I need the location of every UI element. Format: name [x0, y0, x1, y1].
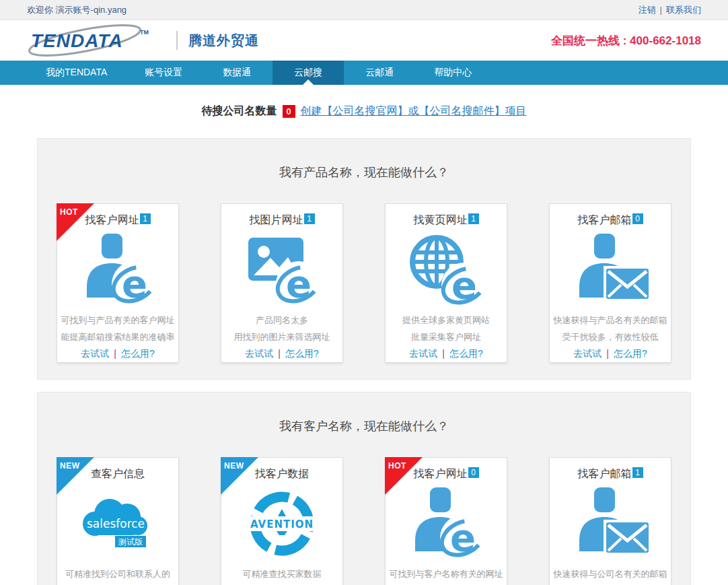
- welcome-text: 欢迎你 演示账号-qin.yang: [27, 4, 126, 16]
- logout-link[interactable]: 注销: [639, 5, 656, 15]
- tendata-logo-icon: TENDATA TM: [27, 22, 167, 59]
- pending-company-bar: 待搜公司名数量 0 创建【公司名搜官网】或【公司名搜邮件】项目: [0, 85, 728, 138]
- ribbon-label: NEW: [224, 461, 244, 471]
- how-to-use-link[interactable]: 怎么用?: [121, 348, 155, 359]
- card-title: 找黄页网址1: [386, 213, 507, 231]
- ribbon-label: HOT: [60, 207, 78, 217]
- card-description: 可精准找到公司和联系人的 信息准确率高: [57, 565, 178, 585]
- section-title: 我有客户名称，现在能做什么？: [57, 418, 671, 434]
- svg-text:e: e: [451, 263, 477, 307]
- card-description: 产品同名太多 用找到的图片来筛选网址: [221, 312, 342, 345]
- card-count-badge: 0: [632, 213, 643, 224]
- ribbon-label: HOT: [388, 461, 406, 471]
- salesforce-icon: salesforce 测试版: [76, 487, 160, 563]
- card-count-badge: 0: [468, 467, 479, 478]
- header: TENDATA TM 腾道外贸通 全国统一热线 : 400-662-1018: [0, 20, 728, 61]
- link-divider: |: [114, 348, 116, 359]
- brand-name: 腾道外贸通: [188, 32, 259, 50]
- svg-text:e: e: [122, 262, 147, 306]
- card-description: 可精准查找买家数据 准确率高: [221, 565, 342, 585]
- cards-row: HOT 找客户网址1 e 可找到: [57, 203, 671, 363]
- card-title: 找客户邮箱0: [550, 213, 671, 231]
- card-description: 提供全球多家黄页网站 批量采集客户网址: [386, 312, 507, 345]
- card-count-badge: 1: [632, 467, 643, 478]
- trial-version-tag: 测试版: [118, 537, 143, 547]
- nav-tab-help-center[interactable]: 帮助中心: [415, 61, 490, 85]
- link-divider: |: [606, 348, 609, 359]
- globe-ie-icon: e: [404, 234, 488, 309]
- how-to-use-link[interactable]: 怎么用?: [614, 348, 647, 359]
- card-check-customer-info: NEW 查客户信息 salesforce 测试版: [57, 457, 179, 585]
- nav-tab-my-tendata[interactable]: 我的TENDATA: [27, 61, 126, 85]
- customer-name-section: 我有客户名称，现在能做什么？ NEW 查客户信息 salesforc: [37, 392, 691, 585]
- card-find-customer-site: HOT 找客户网址1 e 可找到: [57, 203, 179, 363]
- try-it-link[interactable]: 去试试: [573, 348, 602, 359]
- svg-text:e: e: [450, 516, 476, 559]
- card-count-badge: 1: [140, 213, 151, 224]
- new-ribbon: NEW: [221, 457, 258, 495]
- svg-text:salesforce: salesforce: [86, 517, 144, 530]
- hotline-number: 全国统一热线 : 400-662-1018: [551, 33, 701, 48]
- image-ie-icon: e: [240, 234, 324, 309]
- create-project-link[interactable]: 创建【公司名搜官网】或【公司名搜邮件】项目: [301, 104, 527, 118]
- pending-company-count: 0: [283, 105, 295, 118]
- card-count-badge: 1: [304, 213, 315, 224]
- person-mail-icon: [569, 234, 653, 309]
- how-to-use-link[interactable]: 怎么用?: [285, 348, 319, 359]
- how-to-use-link[interactable]: 怎么用?: [449, 348, 483, 359]
- pending-company-label: 待搜公司名数量: [202, 104, 277, 118]
- card-title: 找客户邮箱1: [550, 467, 671, 485]
- svg-text:TM: TM: [140, 29, 149, 36]
- hot-ribbon: HOT: [385, 457, 423, 495]
- card-find-customer-site-by-name: HOT 找客户网址0 e 可找到: [385, 457, 507, 585]
- nav-tab-cloud-mail[interactable]: 云邮通: [344, 61, 415, 85]
- section-title: 我有产品名称，现在能做什么？: [57, 164, 671, 180]
- svg-text:TENDATA: TENDATA: [31, 30, 123, 51]
- new-ribbon: NEW: [57, 457, 94, 495]
- link-divider: |: [278, 348, 281, 359]
- nav-tab-cloud-mail-search[interactable]: 云邮搜: [272, 61, 344, 85]
- card-find-yellowpages-site: 找黄页网址1 e 提供全: [385, 203, 507, 363]
- card-find-customer-email-by-name: 找客户邮箱1 快速获得: [549, 457, 671, 585]
- card-count-badge: 1: [468, 213, 479, 224]
- card-description: 快速获得与产品名有关的邮箱 受干扰较多，有效性较低: [550, 312, 671, 345]
- topbar-links: 注销|联系我们: [639, 4, 701, 16]
- hot-ribbon: HOT: [57, 203, 94, 241]
- card-find-customer-data: NEW 找客户数据 AVENTION 可精准查找买家数据 准确率高 去试试|怎么: [221, 457, 343, 585]
- tendata-logo[interactable]: TENDATA TM 腾道外贸通: [27, 22, 259, 59]
- try-it-link[interactable]: 去试试: [81, 348, 109, 359]
- svg-text:e: e: [286, 262, 312, 306]
- topbar-divider: |: [660, 5, 662, 15]
- try-it-link[interactable]: 去试试: [245, 348, 273, 359]
- person-mail-icon: [569, 487, 653, 563]
- brand-divider: [176, 31, 178, 50]
- nav-tab-account-settings[interactable]: 账号设置: [126, 61, 201, 85]
- nav-tab-data-service[interactable]: 数据通: [201, 61, 272, 85]
- link-divider: |: [442, 348, 445, 359]
- contact-us-link[interactable]: 联系我们: [666, 5, 701, 15]
- person-ie-icon: e: [76, 234, 160, 309]
- card-description: 快速获得与公司名有关的邮箱: [550, 565, 671, 585]
- top-bar: 欢迎你 演示账号-qin.yang 注销|联系我们: [0, 0, 728, 20]
- cards-row: NEW 查客户信息 salesforce 测试版: [57, 457, 671, 585]
- card-description: 可找到与客户名称有关的网址 能提高邮件搜索结果的准确率: [386, 565, 507, 585]
- card-find-customer-email: 找客户邮箱0 快速获得: [549, 203, 671, 363]
- avention-icon: AVENTION: [240, 487, 324, 563]
- product-name-section: 我有产品名称，现在能做什么？ HOT 找客户网址1 e: [37, 138, 691, 380]
- svg-text:AVENTION: AVENTION: [250, 518, 313, 530]
- card-find-image-site: 找图片网址1 e 产品同名太多 用找到的图片来筛选网址: [221, 203, 343, 363]
- main-nav: 我的TENDATA 账号设置 数据通 云邮搜 云邮通 帮助中心: [0, 61, 728, 85]
- person-ie-icon: e: [404, 487, 488, 563]
- card-title: 找图片网址1: [221, 213, 342, 231]
- card-description: 可找到与产品有关的客户网址 能提高邮箱搜索结果的准确率: [57, 312, 178, 345]
- ribbon-label: NEW: [60, 461, 80, 471]
- try-it-link[interactable]: 去试试: [409, 348, 437, 359]
